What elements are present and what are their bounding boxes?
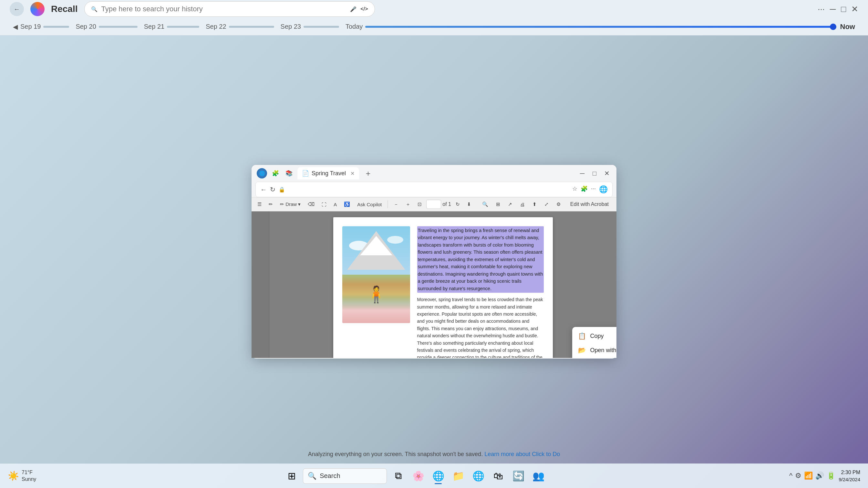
extensions-button[interactable]: 🧩 (270, 168, 281, 178)
timeline-sep21[interactable]: Sep 21 (144, 23, 199, 30)
pdf-settings-button[interactable]: ⚙ (554, 200, 563, 208)
pdf-sidebar-left (252, 212, 269, 358)
more-options-icon[interactable]: ··· (817, 4, 825, 14)
network-icon[interactable]: 📶 (804, 471, 813, 480)
browser-back-button[interactable]: ← (260, 186, 267, 193)
pdf-fullscreen-button[interactable]: ⛶ (319, 200, 329, 208)
new-tab-button[interactable]: ＋ (364, 168, 372, 178)
chevron-up-icon[interactable]: ^ (789, 471, 793, 480)
minimize-icon[interactable]: ─ (830, 4, 836, 14)
start-button[interactable]: ⊞ (283, 467, 300, 485)
pdf-zoom-in-button[interactable]: ＋ (403, 200, 413, 209)
lock-icon: 🔒 (279, 187, 285, 193)
recall-taskbar-button[interactable]: 🔄 (509, 467, 527, 485)
history-button[interactable]: 📚 (284, 168, 294, 178)
pdf-image-column: 🧍 (342, 226, 410, 358)
browser-refresh-button[interactable]: ↻ (270, 186, 275, 193)
timeline-sep19[interactable]: Sep 19 (20, 23, 69, 30)
open-with-icon: 📂 (578, 346, 586, 354)
pdf-sidebar-toggle[interactable]: ☰ (255, 200, 264, 208)
pdf-page-input[interactable]: 1 (426, 200, 441, 209)
browser-favicon: 🌐 (257, 168, 267, 178)
pdf-expand-button[interactable]: ⤢ (542, 200, 551, 208)
context-menu-copy[interactable]: 📋 Copy Ctrl+C (572, 329, 617, 343)
taskbar-time: 2:30 PM (839, 469, 860, 476)
weather-widget[interactable]: ☀️ 71°F Sunny (8, 469, 36, 483)
pdf-search-button[interactable]: 🔍 (479, 200, 491, 208)
pdf-save-button[interactable]: ⬆ (530, 200, 539, 208)
taskbar-center: ⊞ 🔍 Search ⧉ 🌸 🌐 📁 🌐 🛍 🔄 👥 (41, 467, 789, 485)
weather-desc: Sunny (22, 476, 36, 483)
timeline-sep20[interactable]: Sep 20 (75, 23, 137, 30)
pdf-fit-button[interactable]: ⊡ (415, 200, 424, 208)
timeline-sep22[interactable]: Sep 22 (206, 23, 274, 30)
pdf-content: 🧍 Traveling in the spring brings a fresh… (252, 212, 616, 358)
pdf-draw-button[interactable]: ✏ Draw ▾ (277, 200, 303, 208)
browser-addr-icons: ☆ 🧩 ··· 🌐 (572, 185, 608, 194)
pdf-share-button[interactable]: ↗ (505, 200, 515, 208)
timeline-back-button[interactable]: ◀ (13, 23, 18, 31)
mic-icon[interactable]: 🎤 (350, 6, 356, 12)
bookmark-star-icon[interactable]: ☆ (572, 185, 578, 194)
store-button[interactable]: 🛍 (490, 467, 507, 485)
pdf-rotate-button[interactable]: ↻ (453, 200, 462, 208)
taskbar-search-label: Search (320, 472, 340, 480)
browser-restore-button[interactable]: □ (590, 169, 599, 178)
explorer-button[interactable]: 📁 (450, 467, 467, 485)
taskbar: ☀️ 71°F Sunny ⊞ 🔍 Search ⧉ 🌸 🌐 📁 🌐 (0, 463, 868, 488)
browser-minimize-button[interactable]: ─ (578, 169, 587, 178)
teams-button[interactable]: 👥 (530, 467, 547, 485)
pdf-annotate-button[interactable]: ✏ (266, 200, 275, 208)
mountain-snow (360, 236, 392, 255)
browser-tab[interactable]: 📄 Spring Travel ✕ (298, 167, 359, 180)
browser-extensions-icon[interactable]: 🧩 (581, 185, 588, 194)
taskbar-search-box[interactable]: 🔍 Search (303, 468, 387, 484)
edit-with-acrobat-button[interactable]: Edit with Acrobat (566, 199, 613, 209)
timeline-sep23[interactable]: Sep 23 (281, 23, 339, 30)
pdf-zoom-out-button[interactable]: － (391, 200, 401, 209)
volume-icon[interactable]: 🔊 (815, 471, 824, 480)
pdf-accessibility-button[interactable]: ♿ (341, 200, 352, 208)
pdf-highlighted-text: Traveling in the spring brings a fresh s… (417, 226, 544, 293)
pdf-toolbar-right: 🔍 ⊞ ↗ 🖨 ⬆ ⤢ ⚙ Edit with Acrobat (479, 199, 613, 209)
taskbar-clock[interactable]: 2:30 PM 9/24/2024 (839, 469, 860, 483)
weather-icon: ☀️ (8, 470, 19, 481)
pdf-page-area: 🧍 Traveling in the spring brings a fresh… (269, 212, 616, 358)
browser-close-button[interactable]: ✕ (602, 169, 611, 178)
copy-icon: 📋 (578, 332, 586, 340)
taskbar-right: ^ ⚙ 📶 🔊 🔋 2:30 PM 9/24/2024 (789, 469, 860, 483)
weather-text: 71°F Sunny (22, 469, 36, 483)
browser-edge-icon[interactable]: 🌐 (599, 185, 608, 194)
taskview-button[interactable]: ⧉ (390, 467, 407, 485)
code-icon[interactable]: </> (361, 6, 368, 12)
pdf-text-button[interactable]: A (331, 200, 339, 208)
flower-app-button[interactable]: 🌸 (409, 467, 427, 485)
battery-icon[interactable]: 🔋 (827, 471, 835, 480)
recall-search-input[interactable] (101, 5, 346, 13)
timeline-sep21-bar (167, 26, 199, 28)
taskbar-search-icon: 🔍 (308, 472, 316, 480)
learn-more-link[interactable]: Learn more about Click to Do (485, 451, 560, 457)
browser-url-input[interactable]: www.marqiestravel.com/springtravelideas/… (288, 186, 569, 193)
context-menu-open-with[interactable]: 📂 Open with › (572, 343, 617, 357)
timeline-today-label: Today (345, 23, 363, 30)
pdf-download-button[interactable]: ⬇ (464, 200, 474, 208)
bottom-notification: Analyzing everything on your screen. Thi… (0, 451, 868, 458)
tab-close-button[interactable]: ✕ (350, 170, 354, 176)
browser-more-icon[interactable]: ··· (591, 185, 596, 194)
edge2-button[interactable]: 🌐 (469, 467, 487, 485)
pdf-print-button[interactable]: 🖨 (517, 200, 527, 208)
context-menu-search-web[interactable]: 🔍 Search the web (572, 357, 617, 358)
back-button[interactable]: ← (10, 2, 24, 16)
tab-pdf-icon: 📄 (302, 170, 309, 177)
maximize-icon[interactable]: □ (841, 4, 846, 14)
recall-title: Recall (51, 4, 78, 14)
close-icon[interactable]: ✕ (851, 4, 858, 14)
pdf-eraser-button[interactable]: ⌫ (305, 200, 317, 208)
taskbar-date: 9/24/2024 (839, 476, 860, 483)
taskview-icon: ⧉ (395, 470, 402, 482)
ask-copilot-button[interactable]: Ask Copilot (354, 200, 384, 208)
edge-button[interactable]: 🌐 (430, 467, 447, 485)
settings-sys-icon[interactable]: ⚙ (795, 471, 802, 480)
pdf-view-button[interactable]: ⊞ (493, 200, 503, 208)
